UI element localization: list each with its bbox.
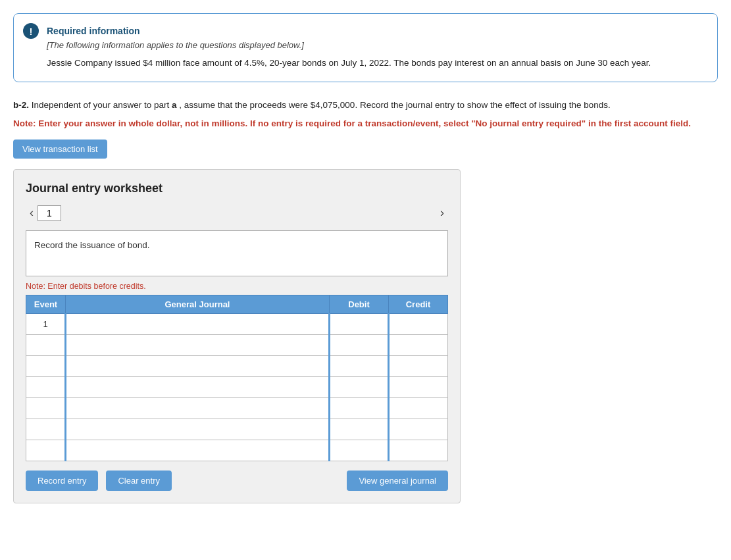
part-a-label: a xyxy=(172,100,177,110)
general-journal-input[interactable] xyxy=(66,314,328,334)
col-event: Event xyxy=(26,295,66,314)
event-cell xyxy=(26,335,66,356)
table-row xyxy=(26,335,448,356)
event-cell xyxy=(26,398,66,419)
view-transaction-list-button[interactable]: View transaction list xyxy=(13,140,107,159)
credit-input[interactable] xyxy=(390,356,447,376)
debit-input[interactable] xyxy=(330,398,388,419)
next-page-button[interactable]: › xyxy=(436,205,448,221)
event-cell xyxy=(26,440,66,461)
credit-cell[interactable] xyxy=(389,419,448,440)
general-journal-input[interactable] xyxy=(66,377,328,397)
general-journal-input[interactable] xyxy=(66,356,328,376)
info-icon: ! xyxy=(23,23,39,39)
general-journal-input[interactable] xyxy=(66,419,328,440)
debit-input[interactable] xyxy=(330,419,388,440)
event-cell xyxy=(26,377,66,398)
credit-input[interactable] xyxy=(390,314,447,334)
worksheet-container: Journal entry worksheet ‹ › Record the i… xyxy=(13,169,461,503)
credit-cell[interactable] xyxy=(389,335,448,356)
record-entry-button[interactable]: Record entry xyxy=(26,471,98,491)
general-journal-cell[interactable] xyxy=(66,398,330,419)
info-box: ! Required information [The following in… xyxy=(13,13,718,82)
event-cell: 1 xyxy=(26,314,66,335)
debit-cell[interactable] xyxy=(330,356,389,377)
table-row xyxy=(26,440,448,461)
view-general-journal-button[interactable]: View general journal xyxy=(347,471,448,491)
table-row xyxy=(26,419,448,440)
general-journal-cell[interactable] xyxy=(66,419,330,440)
debit-cell[interactable] xyxy=(330,377,389,398)
debit-input[interactable] xyxy=(330,314,388,334)
credit-input[interactable] xyxy=(390,377,447,397)
event-cell xyxy=(26,419,66,440)
credit-cell[interactable] xyxy=(389,356,448,377)
page-number-input[interactable] xyxy=(38,205,61,221)
general-journal-input[interactable] xyxy=(66,335,328,355)
debit-input[interactable] xyxy=(330,335,388,355)
button-row: Record entry Clear entry View general jo… xyxy=(26,471,448,491)
description-text: Record the issuance of bond. xyxy=(34,240,150,250)
debit-cell[interactable] xyxy=(330,335,389,356)
general-journal-input[interactable] xyxy=(66,440,328,461)
debit-cell[interactable] xyxy=(330,398,389,419)
general-journal-input[interactable] xyxy=(66,398,328,419)
table-row xyxy=(26,377,448,398)
prev-page-button[interactable]: ‹ xyxy=(26,205,38,221)
table-row xyxy=(26,356,448,377)
debit-input[interactable] xyxy=(330,377,388,397)
credit-input[interactable] xyxy=(390,440,447,461)
event-cell xyxy=(26,356,66,377)
table-row xyxy=(26,398,448,419)
credit-input[interactable] xyxy=(390,419,447,440)
debit-input[interactable] xyxy=(330,356,388,376)
journal-table: Event General Journal Debit Credit 1 xyxy=(26,295,448,461)
info-body: Jessie Company issued $4 million face am… xyxy=(47,57,704,70)
general-journal-cell[interactable] xyxy=(66,356,330,377)
description-box: Record the issuance of bond. xyxy=(26,230,448,276)
col-debit: Debit xyxy=(330,295,389,314)
credit-cell[interactable] xyxy=(389,314,448,335)
clear-entry-button[interactable]: Clear entry xyxy=(106,471,172,491)
question-area: b-2. Independent of your answer to part … xyxy=(13,98,718,130)
nav-row: ‹ › xyxy=(26,205,448,221)
debit-cell[interactable] xyxy=(330,440,389,461)
col-credit: Credit xyxy=(389,295,448,314)
question-text: b-2. Independent of your answer to part … xyxy=(13,98,718,113)
credit-input[interactable] xyxy=(390,335,447,355)
debit-input[interactable] xyxy=(330,440,388,461)
table-note: Note: Enter debits before credits. xyxy=(26,282,448,291)
debit-cell[interactable] xyxy=(330,314,389,335)
credit-cell[interactable] xyxy=(389,440,448,461)
credit-cell[interactable] xyxy=(389,398,448,419)
general-journal-cell[interactable] xyxy=(66,314,330,335)
worksheet-title: Journal entry worksheet xyxy=(26,182,448,195)
debit-cell[interactable] xyxy=(330,419,389,440)
general-journal-cell[interactable] xyxy=(66,377,330,398)
question-note: Note: Enter your answer in whole dollar,… xyxy=(13,116,718,131)
general-journal-cell[interactable] xyxy=(66,335,330,356)
col-general-journal: General Journal xyxy=(66,295,330,314)
credit-cell[interactable] xyxy=(389,377,448,398)
info-title: Required information xyxy=(47,26,704,36)
general-journal-cell[interactable] xyxy=(66,440,330,461)
credit-input[interactable] xyxy=(390,398,447,419)
table-row: 1 xyxy=(26,314,448,335)
info-subtitle: [The following information applies to th… xyxy=(47,40,704,50)
